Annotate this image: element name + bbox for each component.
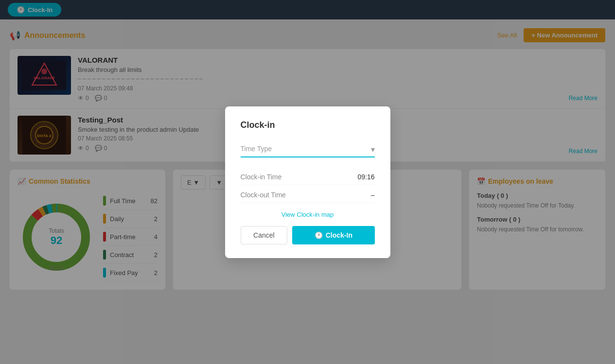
- time-type-select[interactable]: Time Type Regular Overtime: [241, 141, 375, 157]
- clockin-time-label: Clock-in Time: [241, 173, 358, 181]
- view-map-link[interactable]: View Clock-in map: [241, 211, 375, 218]
- modal-actions: Cancel 🕐 Clock-In: [241, 226, 375, 244]
- clock-spin-icon: 🕐: [315, 231, 323, 239]
- clockout-time-label: Clock-out Time: [241, 191, 371, 199]
- clockin-time-row: Clock-in Time 09:16: [241, 169, 375, 185]
- clockin-modal: Clock-in Time Type Regular Overtime ▾ Cl…: [225, 106, 390, 258]
- clockout-time-row: Clock-out Time –: [241, 187, 375, 203]
- modal-title: Clock-in: [241, 120, 375, 130]
- time-type-wrapper: Time Type Regular Overtime ▾: [241, 141, 375, 157]
- modal-overlay[interactable]: Clock-in Time Type Regular Overtime ▾ Cl…: [0, 0, 615, 364]
- clockout-time-value: –: [371, 191, 375, 199]
- clockin-confirm-button[interactable]: 🕐 Clock-In: [292, 226, 374, 244]
- clockin-time-value: 09:16: [357, 173, 374, 181]
- cancel-button[interactable]: Cancel: [241, 226, 288, 244]
